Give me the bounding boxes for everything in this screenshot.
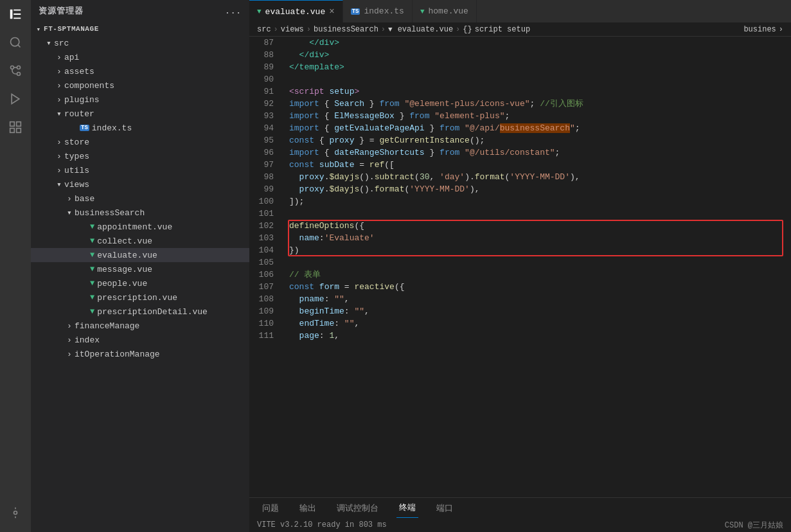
line-number-108: 108 [249, 293, 280, 305]
tree-item-message[interactable]: ▼ message.vue [31, 262, 249, 276]
tree-item-collect[interactable]: ▼ collect.vue [31, 234, 249, 248]
code-line-94: import { getEvaluatePageApi } from "@/ap… [289, 122, 791, 134]
tree-item-api[interactable]: › api [31, 50, 249, 64]
breadcrumb-businesssearch[interactable]: businessSearch [314, 25, 378, 34]
tab-index-ts[interactable]: TS index.ts [343, 0, 413, 22]
code-line-98: proxy.$dayjs().subtract(30, 'day').forma… [289, 171, 791, 183]
tab-label: 调试控制台 [337, 502, 378, 514]
git-icon[interactable] [6, 62, 24, 80]
line-number-99: 99 [249, 183, 280, 195]
tree-item-views[interactable]: ▾ views [31, 177, 249, 191]
tree-item-prescriptiondetail[interactable]: ▼ prescriptionDetail.vue [31, 305, 249, 319]
tree-item-financemanage[interactable]: › financeManage [31, 319, 249, 333]
code-line-91: <script setup> [289, 85, 791, 98]
vue-icon: ▼ [257, 8, 262, 15]
watermark: CSDN @三月姑娘 [725, 520, 783, 531]
tree-label: message.vue [97, 265, 152, 274]
tree-label: FT-SPTMANAGE [44, 25, 99, 33]
arrow-icon: › [54, 53, 64, 62]
line-number-100: 100 [249, 195, 280, 208]
tab-label: 输出 [299, 502, 316, 514]
line-number-90: 90 [249, 73, 280, 85]
code-line-110: endTime: "", [289, 317, 791, 330]
sidebar-more-icon[interactable]: ... [225, 6, 242, 16]
breadcrumb-file[interactable]: evaluate.vue [398, 25, 453, 34]
tree-item-plugins[interactable]: › plugins [31, 93, 249, 107]
tree-item-assets[interactable]: › assets [31, 64, 249, 78]
tree-item-people[interactable]: ▼ people.vue [31, 276, 249, 290]
tab-problems[interactable]: 问题 [260, 498, 281, 518]
tree-item-itoperationmanage[interactable]: › itOperationManage [31, 347, 249, 361]
tree-label: assets [64, 67, 94, 76]
tree-item-utils[interactable]: › utils [31, 163, 249, 177]
code-line-107: const form = reactive({ [289, 281, 791, 293]
tree-item-appointment[interactable]: ▼ appointment.vue [31, 220, 249, 234]
tree-item-components[interactable]: › components [31, 78, 249, 93]
tree-item-router-index[interactable]: TS index.ts [31, 121, 249, 135]
svg-marker-6 [12, 94, 19, 104]
tab-close-icon[interactable]: × [329, 7, 334, 16]
tree-item-src[interactable]: ▾ src [31, 36, 249, 50]
right-panel-expand[interactable]: › [779, 25, 783, 34]
tree-label: views [64, 180, 89, 190]
tree-item-evaluate[interactable]: ▼ evaluate.vue [31, 248, 249, 262]
docker-icon[interactable] [6, 504, 24, 522]
tab-evaluate-vue[interactable]: ▼ evaluate.vue × [249, 0, 343, 22]
arrow-icon: › [64, 321, 75, 331]
arrow-icon: › [64, 335, 75, 345]
arrow-icon: ▾ [54, 109, 64, 119]
tree-item-index[interactable]: › index [31, 333, 249, 347]
code-line-87: </div> [289, 37, 791, 49]
tab-label: home.vue [428, 6, 468, 16]
tab-output[interactable]: 输出 [297, 498, 319, 518]
tree-item-router[interactable]: ▾ router [31, 107, 249, 121]
right-panel-label: busines [743, 25, 776, 34]
code-line-101 [289, 208, 791, 220]
sidebar: 资源管理器 ... ▾ FT-SPTMANAGE ▾ src › api › a… [31, 0, 249, 532]
tree-item-prescription[interactable]: ▼ prescription.vue [31, 290, 249, 305]
tree-item-businesssearch[interactable]: ▾ businessSearch [31, 206, 249, 220]
sep: › [381, 25, 386, 34]
breadcrumb-src[interactable]: src [257, 25, 271, 34]
tree-label: businessSearch [75, 208, 145, 218]
file-tree: ▾ FT-SPTMANAGE ▾ src › api › assets › co… [31, 22, 249, 532]
explorer-icon[interactable] [6, 5, 24, 23]
tree-item-base[interactable]: › base [31, 191, 249, 206]
code-content[interactable]: </div> </div></template> <script setup>i… [287, 37, 791, 497]
line-number-88: 88 [249, 49, 280, 61]
search-icon[interactable] [6, 33, 24, 51]
code-editor[interactable]: 8788899091929394959697989910010110210310… [249, 37, 791, 497]
svg-point-11 [14, 511, 17, 515]
tree-item-ft-sptmanage[interactable]: ▾ FT-SPTMANAGE [31, 22, 249, 36]
line-number-92: 92 [249, 98, 280, 110]
arrow-icon: › [54, 67, 64, 76]
vue-file-icon: ▼ [90, 307, 94, 316]
breadcrumb-block[interactable]: {} [463, 25, 472, 34]
breadcrumb-setup[interactable]: script setup [475, 25, 530, 34]
breadcrumb-views[interactable]: views [281, 25, 304, 34]
tree-item-types[interactable]: › types [31, 149, 249, 163]
tab-label: evaluate.vue [265, 7, 326, 17]
line-number-104: 104 [249, 244, 280, 256]
line-number-98: 98 [249, 171, 280, 183]
vue-icon: ▼ [388, 26, 393, 33]
extensions-icon[interactable] [6, 118, 24, 136]
run-icon[interactable] [6, 90, 24, 108]
code-line-96: import { dateRangeShortcuts } from "@/ut… [289, 146, 791, 159]
arrow-icon: › [54, 95, 64, 105]
tree-label: base [75, 194, 94, 204]
tree-item-store[interactable]: › store [31, 135, 249, 149]
arrow-icon: › [54, 152, 64, 161]
code-line-97: const subDate = ref([ [289, 159, 791, 171]
tab-debug[interactable]: 调试控制台 [334, 498, 381, 518]
arrow-icon: ▾ [33, 25, 44, 33]
arrow-icon: › [54, 81, 64, 91]
tab-home-vue[interactable]: ▼ home.vue [413, 0, 477, 22]
tree-label: index.ts [92, 123, 132, 133]
tab-port[interactable]: 端口 [434, 498, 456, 518]
line-number-97: 97 [249, 159, 280, 171]
vue-icon: ▼ [420, 8, 425, 15]
tree-label: router [64, 109, 94, 119]
tab-terminal[interactable]: 终端 [396, 498, 418, 518]
svg-line-1 [18, 45, 21, 48]
